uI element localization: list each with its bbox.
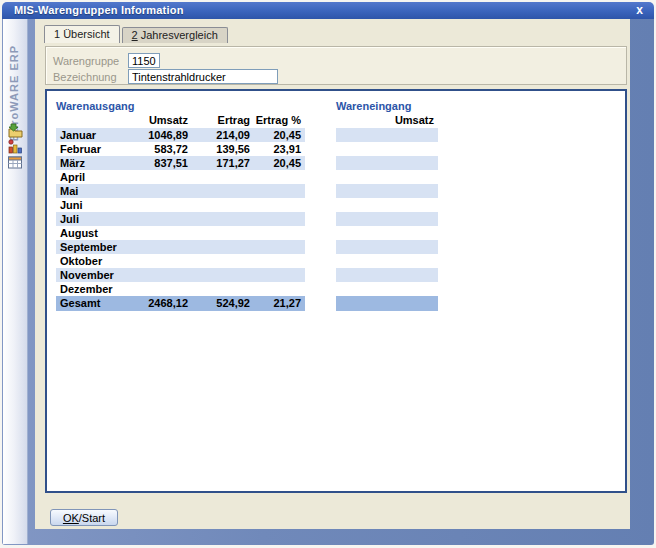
table-row: April	[47, 170, 625, 184]
month-label: Juli	[56, 212, 120, 226]
table-row: Juli	[47, 212, 625, 226]
wareneingang-title: Wareneingang	[336, 100, 411, 112]
data-panel: Warenausgang Wareneingang Umsatz Ertrag …	[45, 89, 627, 493]
ertrag-pct-value	[250, 240, 305, 254]
ertrag-pct-value	[250, 226, 305, 240]
tab-number: 2	[132, 29, 138, 41]
tab-bar: 1Übersicht 2Jahresvergleich	[44, 25, 230, 43]
tab-uebersicht[interactable]: 1Übersicht	[44, 25, 120, 43]
umsatz-value: 837,51	[120, 156, 188, 170]
header-form: Warengruppe Bezeichnung	[45, 46, 627, 85]
table-row: Januar 1046,89 214,09 20,45	[47, 128, 625, 142]
umsatz-value	[120, 254, 188, 268]
chart-icon[interactable]	[7, 139, 24, 154]
table-row: Februar 583,72 139,56 23,91	[47, 142, 625, 156]
month-label: April	[56, 170, 120, 184]
ertrag-pct-value	[250, 282, 305, 296]
ertrag-value	[188, 184, 250, 198]
warengruppe-label: Warengruppe	[53, 55, 119, 67]
umsatz-value: 1046,89	[120, 128, 188, 142]
total-umsatz-value: 2468,12	[120, 296, 188, 311]
ertrag-pct-value: 23,91	[250, 142, 305, 156]
app-window: MIS-Warengruppen Information x BüroWARE …	[0, 0, 656, 548]
ertrag-pct-value: 20,45	[250, 156, 305, 170]
month-label: August	[56, 226, 120, 240]
bezeichnung-input[interactable]	[128, 69, 278, 84]
ertrag-value	[188, 282, 250, 296]
umsatz-value	[120, 198, 188, 212]
content-area: 1Übersicht 2Jahresvergleich Warengruppe …	[35, 19, 630, 529]
column-headers: Umsatz Ertrag Ertrag % Umsatz	[47, 114, 625, 127]
warengruppe-input[interactable]	[128, 53, 160, 68]
table-row: September	[47, 240, 625, 254]
month-table: Januar 1046,89 214,09 20,45	[47, 128, 625, 311]
umsatz-value	[120, 212, 188, 226]
table-row: November	[47, 268, 625, 282]
total-label: Gesamt	[56, 296, 120, 311]
ertrag-value	[188, 226, 250, 240]
tab-jahresvergleich[interactable]: 2Jahresvergleich	[122, 27, 228, 43]
total-row: Gesamt 2468,12 524,92 21,27	[47, 296, 625, 311]
ertrag-value: 139,56	[188, 142, 250, 156]
month-label: November	[56, 268, 120, 282]
umsatz-value	[120, 184, 188, 198]
table-row: Mai	[47, 184, 625, 198]
ertrag-value	[188, 240, 250, 254]
ertrag-value	[188, 212, 250, 226]
window-title: MIS-Warengruppen Information	[14, 4, 184, 16]
ertrag-pct-value	[250, 184, 305, 198]
umsatz-value	[120, 170, 188, 184]
ertrag-pct-value	[250, 212, 305, 226]
sidebar: BüroWARE ERP	[3, 19, 28, 544]
ertrag-value	[188, 254, 250, 268]
ertrag-value	[188, 198, 250, 212]
col-ertrag: Ertrag	[188, 114, 250, 127]
ertrag-value: 171,27	[188, 156, 250, 170]
umsatz-value: 583,72	[120, 142, 188, 156]
month-label: Dezember	[56, 282, 120, 296]
table-row: August	[47, 226, 625, 240]
table-row: Dezember	[47, 282, 625, 296]
month-rows: Januar 1046,89 214,09 20,45	[47, 128, 625, 296]
ertrag-pct-value	[250, 254, 305, 268]
tab-label: Übersicht	[63, 28, 109, 40]
month-label: Juni	[56, 198, 120, 212]
month-label: Januar	[56, 128, 120, 142]
table-grid-icon[interactable]	[7, 155, 24, 170]
bezeichnung-label: Bezeichnung	[53, 71, 117, 83]
umsatz-value	[120, 240, 188, 254]
umsatz-value	[120, 282, 188, 296]
ertrag-value: 214,09	[188, 128, 250, 142]
ok-mnemonic: OK	[63, 512, 79, 524]
month-label: März	[56, 156, 120, 170]
tab-number: 1	[54, 28, 60, 40]
table-row: März 837,51 171,27 20,45	[47, 156, 625, 170]
tab-label: Jahresvergleich	[141, 29, 218, 41]
table-row: Oktober	[47, 254, 625, 268]
ertrag-pct-value	[250, 170, 305, 184]
col-ertrag-pct: Ertrag %	[250, 114, 305, 127]
col-month	[56, 114, 120, 127]
ertrag-pct-value	[250, 268, 305, 282]
close-icon[interactable]: x	[636, 3, 643, 18]
table-row: Juni	[47, 198, 625, 212]
month-label: September	[56, 240, 120, 254]
window-frame: BüroWARE ERP	[2, 19, 654, 545]
ertrag-value	[188, 268, 250, 282]
ok-rest: /Start	[79, 512, 105, 524]
col-umsatz: Umsatz	[120, 114, 188, 127]
ertrag-pct-value	[250, 198, 305, 212]
ok-start-button[interactable]: OK/Start	[50, 509, 118, 526]
total-ertrag-value: 524,92	[188, 296, 250, 311]
ertrag-value	[188, 170, 250, 184]
month-label: Februar	[56, 142, 120, 156]
total-ertrag-pct-value: 21,27	[250, 296, 305, 311]
ertrag-pct-value: 20,45	[250, 128, 305, 142]
col-wareneingang-umsatz: Umsatz	[336, 114, 438, 127]
titlebar: MIS-Warengruppen Information x	[2, 2, 654, 19]
import-folder-icon[interactable]	[7, 123, 24, 138]
umsatz-value	[120, 226, 188, 240]
sidebar-toolbar	[7, 123, 25, 171]
month-label: Oktober	[56, 254, 120, 268]
warenausgang-title: Warenausgang	[56, 100, 134, 112]
